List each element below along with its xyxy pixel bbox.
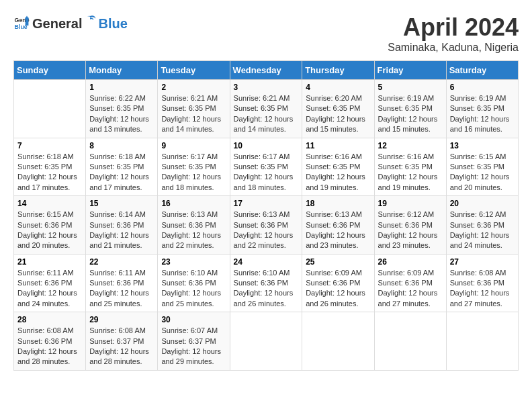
day-number: 7 bbox=[17, 141, 82, 150]
day-number: 17 bbox=[234, 199, 299, 208]
day-cell: 10Sunrise: 6:17 AM Sunset: 6:35 PM Dayli… bbox=[230, 138, 302, 196]
day-cell: 29Sunrise: 6:08 AM Sunset: 6:37 PM Dayli… bbox=[86, 312, 158, 371]
day-number: 13 bbox=[450, 141, 515, 150]
day-info: Sunrise: 6:09 AM Sunset: 6:36 PM Dayligh… bbox=[306, 268, 370, 310]
logo-general-text: General bbox=[32, 16, 82, 32]
logo-icon: General Blue bbox=[13, 15, 30, 31]
day-number: 12 bbox=[378, 141, 443, 150]
day-info: Sunrise: 6:18 AM Sunset: 6:35 PM Dayligh… bbox=[89, 152, 154, 193]
day-number: 23 bbox=[161, 257, 226, 267]
column-header-tuesday: Tuesday bbox=[158, 61, 230, 80]
day-number: 8 bbox=[89, 141, 154, 150]
day-cell bbox=[230, 312, 302, 371]
day-info: Sunrise: 6:10 AM Sunset: 6:36 PM Dayligh… bbox=[161, 268, 226, 310]
day-cell: 27Sunrise: 6:08 AM Sunset: 6:36 PM Dayli… bbox=[446, 254, 518, 312]
day-number: 26 bbox=[378, 257, 443, 267]
day-number: 11 bbox=[306, 141, 370, 150]
header: General Blue General Blue April 2024 Sam… bbox=[13, 13, 519, 54]
day-number: 28 bbox=[17, 315, 82, 324]
day-cell: 8Sunrise: 6:18 AM Sunset: 6:35 PM Daylig… bbox=[86, 138, 158, 196]
day-info: Sunrise: 6:08 AM Sunset: 6:37 PM Dayligh… bbox=[89, 326, 154, 367]
logo-blue-text: Blue bbox=[98, 16, 127, 32]
calendar-header-row: SundayMondayTuesdayWednesdayThursdayFrid… bbox=[14, 61, 519, 80]
day-info: Sunrise: 6:16 AM Sunset: 6:35 PM Dayligh… bbox=[378, 152, 443, 193]
day-number: 9 bbox=[161, 141, 226, 150]
day-cell: 16Sunrise: 6:13 AM Sunset: 6:36 PM Dayli… bbox=[158, 196, 230, 255]
day-info: Sunrise: 6:10 AM Sunset: 6:36 PM Dayligh… bbox=[234, 268, 299, 310]
day-info: Sunrise: 6:07 AM Sunset: 6:37 PM Dayligh… bbox=[161, 326, 226, 367]
week-row-1: 1Sunrise: 6:22 AM Sunset: 6:35 PM Daylig… bbox=[14, 80, 519, 138]
column-header-thursday: Thursday bbox=[302, 61, 374, 80]
day-number: 10 bbox=[234, 141, 299, 150]
column-header-sunday: Sunday bbox=[14, 61, 86, 80]
day-number: 18 bbox=[306, 199, 370, 208]
day-cell: 30Sunrise: 6:07 AM Sunset: 6:37 PM Dayli… bbox=[158, 312, 230, 371]
day-cell bbox=[302, 312, 374, 371]
day-cell: 15Sunrise: 6:14 AM Sunset: 6:36 PM Dayli… bbox=[86, 196, 158, 255]
day-number: 21 bbox=[17, 257, 82, 267]
day-info: Sunrise: 6:17 AM Sunset: 6:35 PM Dayligh… bbox=[234, 152, 299, 193]
column-header-monday: Monday bbox=[86, 61, 158, 80]
column-header-wednesday: Wednesday bbox=[230, 61, 302, 80]
day-cell: 20Sunrise: 6:12 AM Sunset: 6:36 PM Dayli… bbox=[446, 196, 518, 255]
day-cell: 12Sunrise: 6:16 AM Sunset: 6:35 PM Dayli… bbox=[374, 138, 446, 196]
day-number: 22 bbox=[89, 257, 154, 267]
day-number: 14 bbox=[17, 199, 82, 208]
day-cell: 7Sunrise: 6:18 AM Sunset: 6:35 PM Daylig… bbox=[14, 138, 86, 196]
day-cell: 18Sunrise: 6:13 AM Sunset: 6:36 PM Dayli… bbox=[302, 196, 374, 255]
day-cell bbox=[14, 80, 86, 138]
day-number: 29 bbox=[89, 315, 154, 324]
day-info: Sunrise: 6:15 AM Sunset: 6:35 PM Dayligh… bbox=[450, 152, 515, 193]
week-row-4: 21Sunrise: 6:11 AM Sunset: 6:36 PM Dayli… bbox=[14, 254, 519, 312]
day-info: Sunrise: 6:18 AM Sunset: 6:35 PM Dayligh… bbox=[17, 152, 82, 193]
day-cell bbox=[374, 312, 446, 371]
day-info: Sunrise: 6:08 AM Sunset: 6:36 PM Dayligh… bbox=[450, 268, 515, 310]
day-cell: 28Sunrise: 6:08 AM Sunset: 6:36 PM Dayli… bbox=[14, 312, 86, 371]
day-cell: 25Sunrise: 6:09 AM Sunset: 6:36 PM Dayli… bbox=[302, 254, 374, 312]
logo: General Blue General Blue bbox=[13, 13, 128, 32]
day-info: Sunrise: 6:15 AM Sunset: 6:36 PM Dayligh… bbox=[17, 210, 82, 251]
day-cell: 24Sunrise: 6:10 AM Sunset: 6:36 PM Dayli… bbox=[230, 254, 302, 312]
main-title: April 2024 bbox=[388, 13, 519, 42]
calendar-table: SundayMondayTuesdayWednesdayThursdayFrid… bbox=[13, 60, 519, 371]
day-number: 5 bbox=[378, 83, 443, 92]
day-info: Sunrise: 6:08 AM Sunset: 6:36 PM Dayligh… bbox=[17, 326, 82, 367]
day-info: Sunrise: 6:13 AM Sunset: 6:36 PM Dayligh… bbox=[306, 210, 370, 251]
day-cell: 6Sunrise: 6:19 AM Sunset: 6:35 PM Daylig… bbox=[446, 80, 518, 138]
week-row-5: 28Sunrise: 6:08 AM Sunset: 6:36 PM Dayli… bbox=[14, 312, 519, 371]
day-cell: 19Sunrise: 6:12 AM Sunset: 6:36 PM Dayli… bbox=[374, 196, 446, 255]
day-info: Sunrise: 6:19 AM Sunset: 6:35 PM Dayligh… bbox=[378, 93, 443, 135]
day-number: 30 bbox=[161, 315, 226, 324]
day-cell: 23Sunrise: 6:10 AM Sunset: 6:36 PM Dayli… bbox=[158, 254, 230, 312]
day-cell: 2Sunrise: 6:21 AM Sunset: 6:35 PM Daylig… bbox=[158, 80, 230, 138]
day-info: Sunrise: 6:21 AM Sunset: 6:35 PM Dayligh… bbox=[234, 93, 299, 135]
day-info: Sunrise: 6:22 AM Sunset: 6:35 PM Dayligh… bbox=[89, 93, 154, 135]
day-cell: 13Sunrise: 6:15 AM Sunset: 6:35 PM Dayli… bbox=[446, 138, 518, 196]
day-cell: 3Sunrise: 6:21 AM Sunset: 6:35 PM Daylig… bbox=[230, 80, 302, 138]
day-cell: 22Sunrise: 6:11 AM Sunset: 6:36 PM Dayli… bbox=[86, 254, 158, 312]
day-cell: 9Sunrise: 6:17 AM Sunset: 6:35 PM Daylig… bbox=[158, 138, 230, 196]
day-info: Sunrise: 6:13 AM Sunset: 6:36 PM Dayligh… bbox=[234, 210, 299, 251]
week-row-2: 7Sunrise: 6:18 AM Sunset: 6:35 PM Daylig… bbox=[14, 138, 519, 196]
day-number: 6 bbox=[450, 83, 515, 92]
day-cell: 4Sunrise: 6:20 AM Sunset: 6:35 PM Daylig… bbox=[302, 80, 374, 138]
day-number: 16 bbox=[161, 199, 226, 208]
week-row-3: 14Sunrise: 6:15 AM Sunset: 6:36 PM Dayli… bbox=[14, 196, 519, 255]
title-area: April 2024 Saminaka, Kaduna, Nigeria bbox=[388, 13, 519, 54]
day-info: Sunrise: 6:11 AM Sunset: 6:36 PM Dayligh… bbox=[89, 268, 154, 310]
day-cell: 26Sunrise: 6:09 AM Sunset: 6:36 PM Dayli… bbox=[374, 254, 446, 312]
day-info: Sunrise: 6:14 AM Sunset: 6:36 PM Dayligh… bbox=[89, 210, 154, 251]
subtitle: Saminaka, Kaduna, Nigeria bbox=[388, 42, 519, 54]
day-number: 19 bbox=[378, 199, 443, 208]
day-number: 24 bbox=[234, 257, 299, 267]
day-info: Sunrise: 6:16 AM Sunset: 6:35 PM Dayligh… bbox=[306, 152, 370, 193]
column-header-saturday: Saturday bbox=[446, 61, 518, 80]
day-number: 2 bbox=[161, 83, 226, 92]
day-cell: 11Sunrise: 6:16 AM Sunset: 6:35 PM Dayli… bbox=[302, 138, 374, 196]
calendar-body: 1Sunrise: 6:22 AM Sunset: 6:35 PM Daylig… bbox=[14, 80, 519, 371]
day-cell bbox=[446, 312, 518, 371]
day-cell: 14Sunrise: 6:15 AM Sunset: 6:36 PM Dayli… bbox=[14, 196, 86, 255]
day-number: 15 bbox=[89, 199, 154, 208]
day-cell: 1Sunrise: 6:22 AM Sunset: 6:35 PM Daylig… bbox=[86, 80, 158, 138]
day-number: 3 bbox=[234, 83, 299, 92]
